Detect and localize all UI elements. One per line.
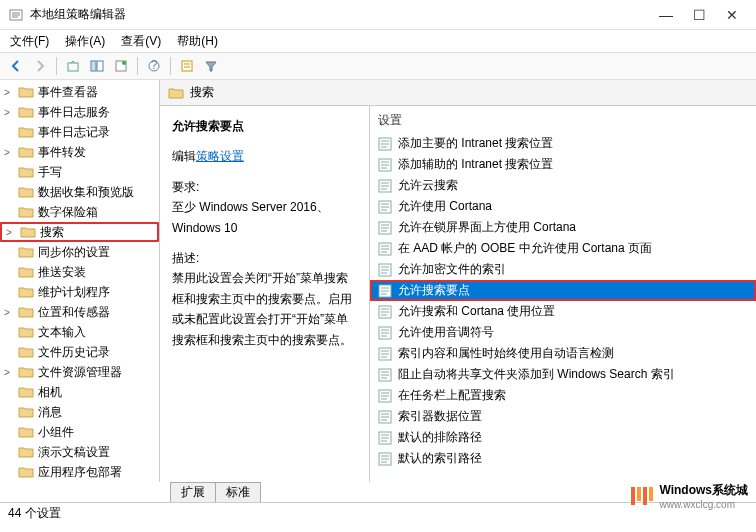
list-item[interactable]: 默认的排除路径 (370, 427, 756, 448)
tree-item[interactable]: >文件资源管理器 (0, 362, 159, 382)
folder-icon (18, 145, 34, 159)
tree-item-label: 事件转发 (38, 144, 86, 161)
folder-icon (18, 125, 34, 139)
tree-item[interactable]: >搜索 (0, 222, 159, 242)
tree-item[interactable]: 演示文稿设置 (0, 442, 159, 462)
watermark-text: Windows系统城 www.wxclcg.com (659, 482, 748, 510)
tree-item-label: 同步你的设置 (38, 244, 110, 261)
list-item[interactable]: 索引内容和属性时始终使用自动语言检测 (370, 343, 756, 364)
up-button[interactable] (63, 56, 83, 76)
tree-item-label: 位置和传感器 (38, 304, 110, 321)
policy-setting-icon (378, 263, 392, 277)
expand-arrow-icon[interactable]: > (4, 147, 14, 158)
list-item[interactable]: 允许在锁屏界面上方使用 Cortana (370, 217, 756, 238)
list-item[interactable]: 允许加密文件的索引 (370, 259, 756, 280)
policy-setting-icon (378, 410, 392, 424)
list-item[interactable]: 允许搜索要点 (370, 280, 756, 301)
tree-item[interactable]: 文件历史记录 (0, 342, 159, 362)
folder-icon (18, 185, 34, 199)
list-item[interactable]: 默认的索引路径 (370, 448, 756, 469)
menu-action[interactable]: 操作(A) (65, 33, 105, 50)
tree-item-label: 手写 (38, 164, 62, 181)
toolbar: ? (0, 52, 756, 80)
maximize-button[interactable]: ☐ (693, 7, 706, 23)
tree-item-label: 文件资源管理器 (38, 364, 122, 381)
tree-item[interactable]: 文本输入 (0, 322, 159, 342)
folder-icon (18, 265, 34, 279)
tree-item[interactable]: 数字保险箱 (0, 202, 159, 222)
forward-button[interactable] (30, 56, 50, 76)
folder-icon (18, 105, 34, 119)
list-item[interactable]: 允许搜索和 Cortana 使用位置 (370, 301, 756, 322)
svg-rect-6 (97, 61, 103, 71)
tree-pane[interactable]: >事件查看器>事件日志服务事件日志记录>事件转发手写数据收集和预览版数字保险箱>… (0, 80, 160, 482)
tree-item[interactable]: 消息 (0, 402, 159, 422)
menu-view[interactable]: 查看(V) (121, 33, 161, 50)
show-hide-button[interactable] (87, 56, 107, 76)
settings-list[interactable]: 添加主要的 Intranet 搜索位置添加辅助的 Intranet 搜索位置允许… (370, 133, 756, 469)
folder-icon (18, 425, 34, 439)
tree-item[interactable]: 手写 (0, 162, 159, 182)
tree-item-label: 数据收集和预览版 (38, 184, 134, 201)
list-item[interactable]: 允许使用音调符号 (370, 322, 756, 343)
tab-standard[interactable]: 标准 (215, 482, 261, 502)
list-item[interactable]: 允许使用 Cortana (370, 196, 756, 217)
help-button[interactable]: ? (144, 56, 164, 76)
tree-item-label: 维护计划程序 (38, 284, 110, 301)
tree-item[interactable]: >事件查看器 (0, 82, 159, 102)
back-button[interactable] (6, 56, 26, 76)
folder-icon (18, 165, 34, 179)
tree-item[interactable]: 应用程序包部署 (0, 462, 159, 482)
app-icon (8, 7, 24, 23)
menu-help[interactable]: 帮助(H) (177, 33, 218, 50)
policy-setting-icon (378, 452, 392, 466)
list-column-header[interactable]: 设置 (370, 110, 756, 133)
list-item-label: 阻止自动将共享文件夹添加到 Windows Search 索引 (398, 366, 675, 383)
close-button[interactable]: ✕ (726, 7, 738, 23)
tree-item[interactable]: 推送安装 (0, 262, 159, 282)
policy-setting-icon (378, 221, 392, 235)
filter-button[interactable] (201, 56, 221, 76)
list-item[interactable]: 添加主要的 Intranet 搜索位置 (370, 133, 756, 154)
list-item[interactable]: 索引器数据位置 (370, 406, 756, 427)
list-item[interactable]: 在 AAD 帐户的 OOBE 中允许使用 Cortana 页面 (370, 238, 756, 259)
list-item[interactable]: 阻止自动将共享文件夹添加到 Windows Search 索引 (370, 364, 756, 385)
requirements-label: 要求: (172, 177, 357, 197)
tree-item-label: 搜索 (40, 224, 64, 241)
expand-arrow-icon[interactable]: > (4, 107, 14, 118)
policy-setting-icon (378, 137, 392, 151)
toolbar-separator (56, 57, 57, 75)
expand-arrow-icon[interactable]: > (4, 87, 14, 98)
setting-name: 允许搜索要点 (172, 116, 357, 136)
tree-item[interactable]: >位置和传感器 (0, 302, 159, 322)
tree-item[interactable]: 小组件 (0, 422, 159, 442)
svg-rect-11 (182, 61, 192, 71)
tree-item[interactable]: 维护计划程序 (0, 282, 159, 302)
tree-item[interactable]: >事件转发 (0, 142, 159, 162)
list-item[interactable]: 添加辅助的 Intranet 搜索位置 (370, 154, 756, 175)
window-controls: — ☐ ✕ (659, 7, 748, 23)
tree-item[interactable]: 事件日志记录 (0, 122, 159, 142)
list-item[interactable]: 允许云搜索 (370, 175, 756, 196)
policy-settings-link[interactable]: 策略设置 (196, 149, 244, 163)
folder-icon (18, 365, 34, 379)
folder-icon (18, 385, 34, 399)
properties-button[interactable] (177, 56, 197, 76)
content-header: 搜索 (160, 80, 756, 106)
expand-arrow-icon[interactable]: > (4, 367, 14, 378)
folder-icon (18, 445, 34, 459)
tree-item[interactable]: 同步你的设置 (0, 242, 159, 262)
tree-item[interactable]: 相机 (0, 382, 159, 402)
tree-item[interactable]: >事件日志服务 (0, 102, 159, 122)
menu-file[interactable]: 文件(F) (10, 33, 49, 50)
export-button[interactable] (111, 56, 131, 76)
tree-item[interactable]: 数据收集和预览版 (0, 182, 159, 202)
list-item[interactable]: 在任务栏上配置搜索 (370, 385, 756, 406)
expand-arrow-icon[interactable]: > (6, 227, 16, 238)
folder-icon (20, 225, 36, 239)
folder-icon (168, 86, 184, 100)
minimize-button[interactable]: — (659, 7, 673, 23)
tab-extended[interactable]: 扩展 (170, 482, 216, 502)
edit-prefix: 编辑 (172, 149, 196, 163)
expand-arrow-icon[interactable]: > (4, 307, 14, 318)
